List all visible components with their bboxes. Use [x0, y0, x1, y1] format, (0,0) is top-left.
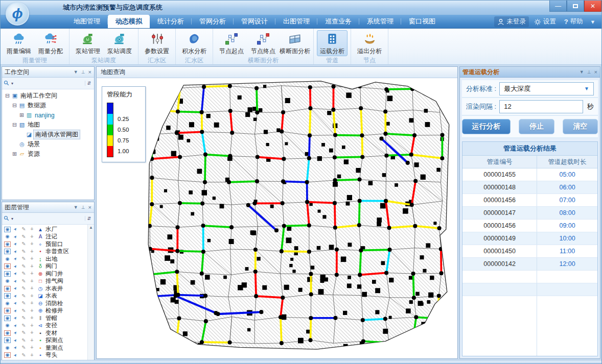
layer-row-注记[interactable]: ◉➤✎+A注记	[4, 233, 87, 241]
workspace-search[interactable]: ▾ ⇵	[2, 78, 94, 89]
layer-row-阀门[interactable]: ◉➤✎+δ阀门	[4, 263, 87, 271]
snap-crosshair-icon[interactable]: +	[29, 330, 35, 335]
snap-crosshair-icon[interactable]: +	[29, 234, 35, 239]
ribbon-button-泵站管理[interactable]: 泵站管理	[73, 30, 103, 56]
layer-row-水厂[interactable]: ◉➤✎+▲水厂	[4, 226, 87, 233]
map-canvas[interactable]	[97, 78, 457, 358]
clear-button[interactable]: 清空	[563, 119, 598, 134]
layer-row-变材[interactable]: ◉➤✎+▪变材	[4, 329, 87, 337]
ribbon-button-雨量分配[interactable]: 雨量分配	[35, 30, 66, 56]
scroll-up-icon[interactable]: ▲	[89, 225, 93, 230]
visibility-eye-icon[interactable]: ◉	[4, 301, 11, 306]
editable-pencil-icon[interactable]: ✎	[20, 249, 27, 254]
table-row[interactable]: 00000145609:00	[462, 220, 597, 232]
layer-row-弯头[interactable]: ◉➤✎+▪弯头	[4, 352, 87, 359]
menu-item-地图管理[interactable]: 地图管理	[66, 15, 108, 28]
snap-crosshair-icon[interactable]: +	[29, 301, 35, 306]
menu-item-管网分析[interactable]: 管网分析	[192, 15, 234, 28]
tree-item-资源[interactable]: ⊞▱资源	[4, 149, 94, 159]
visibility-eye-icon[interactable]: ◉	[4, 241, 11, 247]
table-row[interactable]: 00000014212:00	[462, 258, 597, 271]
editable-pencil-icon[interactable]: ✎	[20, 330, 27, 335]
collapse-ribbon-button[interactable]: ▾	[588, 17, 597, 27]
layer-row-消防栓[interactable]: ◉➤✎+⊖消防栓	[4, 300, 87, 307]
ribbon-button-雨量编辑[interactable]: 雨量编辑	[4, 30, 34, 56]
layer-row-阀门井[interactable]: ◉➤✎+⊗阀门井	[4, 270, 87, 278]
snap-crosshair-icon[interactable]: +	[29, 316, 35, 321]
snap-crosshair-icon[interactable]: +	[29, 345, 35, 350]
selectable-cursor-icon[interactable]: ➤	[12, 240, 19, 248]
selectable-cursor-icon[interactable]: ➤	[12, 270, 19, 278]
ribbon-button-节点起点[interactable]: 节点起点	[216, 30, 247, 56]
tree-item-南靖工作空间[interactable]: ⊟▣南靖工作空间	[4, 91, 94, 101]
visibility-eye-icon[interactable]: ◉	[4, 345, 11, 351]
snap-crosshair-icon[interactable]: +	[29, 338, 35, 343]
visibility-eye-icon[interactable]: ◉	[4, 256, 11, 262]
snap-crosshair-icon[interactable]: +	[29, 353, 35, 358]
maximize-button[interactable]	[567, 1, 584, 12]
visibility-eye-icon[interactable]: ◉	[4, 316, 11, 321]
editable-pencil-icon[interactable]: ✎	[20, 264, 27, 269]
menu-item-动态模拟[interactable]: 动态模拟	[108, 15, 150, 28]
menu-item-管网设计[interactable]: 管网设计	[234, 15, 275, 28]
table-row[interactable]: 00000145011:00	[462, 245, 597, 258]
menu-item-统计分析[interactable]: 统计分析	[150, 15, 192, 28]
editable-pencil-icon[interactable]: ✎	[20, 256, 27, 261]
editable-pencil-icon[interactable]: ✎	[20, 294, 27, 299]
menu-item-出图管理[interactable]: 出图管理	[275, 15, 317, 28]
visibility-eye-icon[interactable]: ◉	[4, 278, 11, 284]
menu-item-巡查业务[interactable]: 巡查业务	[317, 15, 359, 28]
ribbon-button-参数设置[interactable]: 参数设置	[142, 30, 172, 56]
snap-crosshair-icon[interactable]: +	[29, 279, 35, 284]
editable-pencil-icon[interactable]: ✎	[20, 338, 27, 343]
visibility-eye-icon[interactable]: ◉	[4, 249, 11, 254]
ribbon-button-积水分析[interactable]: 积水分析	[179, 30, 210, 56]
editable-pencil-icon[interactable]: ✎	[20, 353, 27, 358]
stop-button[interactable]: 停止	[519, 119, 554, 134]
layer-row-水表[interactable]: ◉➤✎+◪水表	[4, 293, 87, 300]
layer-row-非普查区[interactable]: ◉➤✎+•非普查区	[4, 248, 87, 256]
login-status[interactable]: 未登录	[494, 16, 529, 27]
selectable-cursor-icon[interactable]: ➤	[12, 285, 19, 293]
editable-pencil-icon[interactable]: ✎	[20, 241, 27, 247]
table-row[interactable]: 00000014806:00	[462, 181, 597, 194]
map-viewport[interactable]: 管段能力 0.250.500.751.00	[97, 78, 457, 358]
menu-item-窗口视图[interactable]: 窗口视图	[401, 15, 443, 28]
selectable-cursor-icon[interactable]: ➤	[12, 226, 19, 233]
editable-pencil-icon[interactable]: ✎	[20, 271, 27, 276]
layer-row-预留口[interactable]: ◉➤✎+∘预留口	[4, 240, 87, 248]
run-analysis-button[interactable]: 运行分析	[462, 119, 511, 134]
table-row[interactable]: 00000145607:00	[462, 194, 597, 207]
editable-pencil-icon[interactable]: ✎	[20, 323, 27, 328]
visibility-eye-icon[interactable]: ◉	[4, 323, 11, 328]
pin-icon[interactable]: ⊥	[81, 205, 85, 210]
visibility-eye-icon[interactable]: ◉	[4, 271, 11, 277]
tree-item-地图[interactable]: ⊟▧地图	[4, 120, 94, 130]
tree-expand-icon[interactable]: ⊟	[4, 92, 11, 99]
tree-item-数据源[interactable]: ⊟▤数据源	[4, 101, 94, 110]
close-icon[interactable]: ×	[88, 204, 91, 210]
snap-crosshair-icon[interactable]: +	[29, 264, 35, 269]
close-icon[interactable]: ×	[594, 69, 597, 75]
tree-item-场景[interactable]: ◎场景	[4, 139, 94, 149]
snap-crosshair-icon[interactable]: +	[29, 227, 35, 232]
close-icon[interactable]: ×	[88, 69, 91, 75]
tree-item-nanjing[interactable]: ⊞▥nanjing	[4, 110, 94, 120]
table-row[interactable]: 00000014708:00	[462, 207, 597, 220]
tree-item-南靖供水管网图[interactable]: ◪南靖供水管网图	[4, 130, 94, 139]
editable-pencil-icon[interactable]: ✎	[20, 234, 27, 239]
search-options-caret-icon[interactable]: ▾	[11, 81, 13, 86]
editable-pencil-icon[interactable]: ✎	[20, 286, 27, 291]
help-button[interactable]: ? 帮助	[561, 16, 586, 27]
pin-icon[interactable]: ⊥	[587, 69, 591, 75]
snap-crosshair-icon[interactable]: +	[29, 323, 35, 328]
visibility-eye-icon[interactable]: ◉	[4, 263, 11, 269]
editable-pencil-icon[interactable]: ✎	[20, 301, 27, 306]
selectable-cursor-icon[interactable]: ➤	[12, 314, 19, 322]
snap-crosshair-icon[interactable]: +	[29, 308, 35, 313]
layer-row-探测点[interactable]: ◉➤✎+▪探测点	[4, 337, 87, 345]
ribbon-button-泵站调度[interactable]: 泵站调度	[104, 30, 135, 56]
render-interval-input[interactable]: 12	[499, 100, 583, 113]
selectable-cursor-icon[interactable]: ➤	[12, 300, 19, 307]
selectable-cursor-icon[interactable]: ➤	[12, 255, 19, 263]
